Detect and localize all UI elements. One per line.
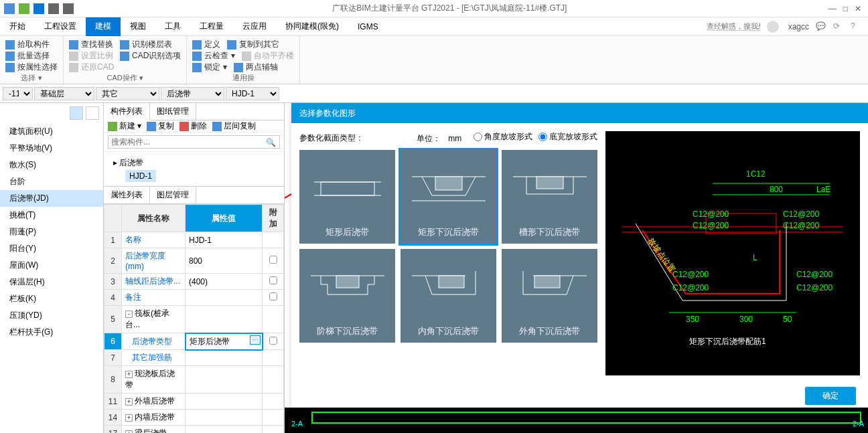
floor-select[interactable]: 基础层 [34, 87, 94, 100]
delete-button[interactable]: 删除 [179, 120, 207, 132]
list-item[interactable]: 栏杆扶手(G) [0, 324, 103, 341]
list-item[interactable]: 阳台(Y) [0, 240, 103, 257]
cloud-check-button[interactable]: 云检查 ▾ [192, 50, 234, 62]
lock-button[interactable]: 锁定 ▾ [192, 62, 226, 73]
tab-drawing-mgmt[interactable]: 图纸管理 [150, 103, 196, 120]
define-button[interactable]: 定义 [192, 39, 220, 50]
grid-view-icon[interactable] [86, 106, 99, 120]
menu-modeling[interactable]: 建模 [86, 17, 121, 36]
qat-icon[interactable] [4, 3, 15, 14]
two-point-axis-button[interactable]: 两点辅轴 [234, 62, 278, 73]
minimize-icon[interactable]: — [828, 4, 837, 13]
menu-igms[interactable]: IGMS [348, 17, 388, 36]
table-row[interactable]: 11+外墙后浇带 [104, 394, 284, 410]
property-tabs: 属性列表 图层管理 [104, 187, 284, 204]
new-button[interactable]: 新建 ▾ [108, 120, 141, 132]
qat-icon[interactable] [33, 3, 44, 14]
maximize-icon[interactable]: □ [843, 4, 848, 13]
list-item[interactable]: 屋面(W) [0, 257, 103, 274]
component-select[interactable]: HJD-1 [226, 87, 279, 100]
table-row[interactable]: 17+梁后浇带 [104, 426, 284, 434]
shape-card-step-sunken[interactable]: 阶梯下沉后浇带 [299, 249, 395, 343]
ok-button[interactable]: 确定 [805, 387, 856, 405]
tab-component-list[interactable]: 构件列表 [104, 103, 150, 120]
radio-angle-slope[interactable]: 角度放坡形式 [474, 131, 532, 143]
table-row[interactable]: 5-筏板(桩承台... [104, 306, 284, 333]
list-item[interactable]: 保温层(H) [0, 274, 103, 290]
list-item[interactable]: 平整场地(V) [0, 140, 103, 157]
ellipsis-button[interactable]: ⋯ [250, 335, 261, 345]
menu-view[interactable]: 视图 [121, 17, 155, 36]
tab-properties[interactable]: 属性列表 [104, 187, 150, 203]
table-row[interactable]: 4备注 [104, 290, 284, 306]
svg-text:300: 300 [739, 315, 753, 324]
table-row[interactable]: 2后浇带宽度(mm)800 [104, 248, 284, 274]
list-item[interactable]: 后浇带(JD) [0, 190, 103, 207]
select-by-prop-button[interactable]: 按属性选择 [5, 62, 58, 73]
list-item[interactable]: 建筑面积(U) [0, 123, 103, 140]
copy-button[interactable]: 复制 [147, 120, 174, 132]
list-item[interactable]: 散水(S) [0, 157, 103, 173]
qat-icon[interactable] [19, 3, 29, 14]
plan-view-strip: 2-A 2-A [285, 408, 868, 433]
user-avatar-icon[interactable] [767, 21, 779, 33]
layer-copy-button[interactable]: 层间复制 [212, 120, 256, 132]
sync-icon[interactable]: ⟳ [833, 21, 844, 32]
type-select[interactable]: 后浇带 [161, 87, 224, 100]
table-row[interactable]: 14+内墙后浇带 [104, 410, 284, 426]
col-value: 属性值 [186, 205, 263, 232]
category-select[interactable]: 其它 [96, 87, 159, 100]
shape-card-slot-sunken[interactable]: 槽形下沉后浇带 [502, 150, 597, 244]
tree-root[interactable]: ▸ 后浇带 [113, 156, 275, 170]
list-item[interactable]: 雨蓬(P) [0, 224, 103, 240]
window-title: 广联达BIM土建计量平台 GTJ2021 - [E:\GTJ\凤城庭院-11#楼… [78, 3, 822, 14]
menu-cloud[interactable]: 云应用 [233, 17, 276, 36]
list-item[interactable]: 栏板(K) [0, 290, 103, 307]
list-item[interactable]: 压顶(YD) [0, 307, 103, 324]
table-row[interactable]: 3轴线距后浇带...(400) [104, 274, 284, 290]
pick-component-button[interactable]: 拾取构件 [5, 39, 50, 50]
batch-select-button[interactable]: 批量选择 [5, 50, 50, 62]
close-icon[interactable]: ✕ [855, 4, 861, 13]
chat-icon[interactable]: 💬 [816, 21, 826, 32]
help-icon[interactable]: ? [851, 21, 861, 32]
restore-cad-button[interactable]: 还原CAD [69, 62, 114, 73]
menu-quantity[interactable]: 工程量 [190, 17, 233, 36]
menu-collab[interactable]: 协同建模(限免) [276, 17, 348, 36]
menu-tools[interactable]: 工具 [155, 17, 190, 36]
table-row[interactable]: 7 其它加强筋 [104, 350, 284, 366]
col-name: 属性名称 [122, 205, 186, 232]
search-input[interactable] [108, 135, 280, 149]
shape-card-rect-sunken[interactable]: 矩形下沉后浇带 [401, 150, 496, 244]
tab-layers[interactable]: 图层管理 [150, 187, 196, 203]
svg-text:C12@200: C12@200 [672, 270, 709, 279]
quick-access-toolbar [0, 3, 78, 14]
qat-icon[interactable] [63, 3, 74, 14]
search-icon[interactable]: 🔍 [266, 138, 276, 147]
shape-card-inner-sunken[interactable]: 内角下沉后浇带 [401, 249, 496, 343]
cad-options-button[interactable]: CAD识别选项 [120, 50, 181, 62]
table-row[interactable]: 6 后浇带类型矩形后浇带⋯ [104, 333, 284, 350]
shape-card-outer-sunken[interactable]: 外角下沉后浇带 [502, 249, 597, 343]
table-row[interactable]: 1名称HJD-1 [104, 232, 284, 248]
list-view-icon[interactable] [70, 106, 83, 120]
qat-icon[interactable] [48, 3, 59, 14]
list-item[interactable]: 挑檐(T) [0, 207, 103, 224]
tree-child[interactable]: HJD-1 [125, 170, 156, 182]
set-scale-button[interactable]: 设置比例 [69, 50, 113, 62]
find-replace-button[interactable]: 查找替换 [69, 39, 113, 50]
svg-rect-15 [534, 276, 560, 288]
component-tree: ▸ 后浇带 HJD-1 [104, 152, 284, 186]
svg-text:放坡点位置: 放坡点位置 [646, 236, 677, 274]
radio-width-slope[interactable]: 底宽放坡形式 [538, 131, 597, 143]
recognize-floor-button[interactable]: 识别楼层表 [120, 39, 172, 50]
table-row[interactable]: 8+现浇板后浇带 [104, 366, 284, 394]
list-item[interactable]: 台阶 [0, 173, 103, 190]
building-select[interactable]: -11#楼 [3, 87, 33, 100]
copy-to-other-button[interactable]: 复制到其它 [227, 39, 279, 50]
menu-project-settings[interactable]: 工程设置 [35, 17, 86, 36]
shape-card-rect[interactable]: 矩形后浇带 [299, 150, 395, 244]
auto-align-button[interactable]: 自动平齐楼 [242, 50, 294, 62]
menu-start[interactable]: 开始 [0, 17, 35, 36]
help-search-input[interactable] [707, 22, 760, 31]
